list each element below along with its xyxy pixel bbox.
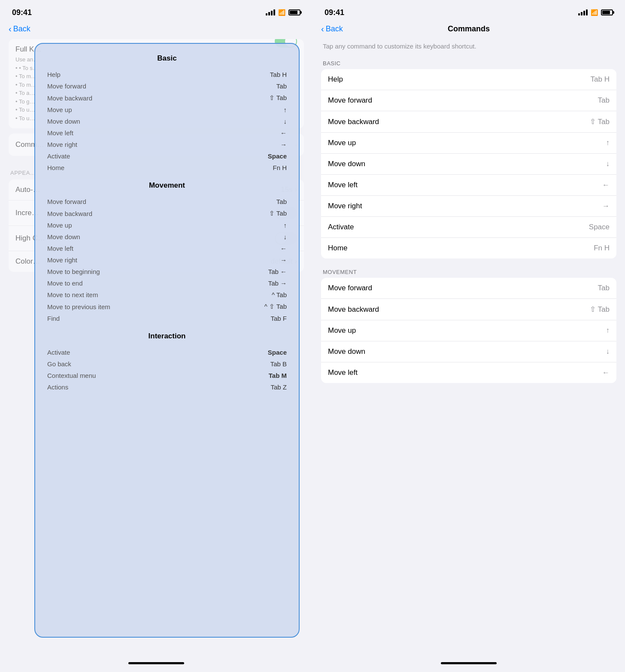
- popup-find-row: Find Tab F: [44, 313, 290, 324]
- basic-items-list: Help Tab H Move forward Tab Move backwar…: [44, 69, 290, 173]
- left-home-bar: [128, 662, 184, 664]
- popup-move-backward-move-shortcut: ⇧ Tab: [269, 210, 287, 217]
- command-move-left-m-item[interactable]: Move left ←: [321, 362, 616, 383]
- popup-contextual-menu-row: Contextual menu Tab M: [44, 370, 290, 381]
- command-move-down-label: Move down: [328, 160, 365, 168]
- popup-contextual-menu-label: Contextual menu: [47, 372, 96, 379]
- command-move-up-m-shortcut: ↑: [606, 326, 610, 335]
- command-move-down-m-item[interactable]: Move down ↓: [321, 341, 616, 362]
- right-back-chevron-icon: ‹: [321, 24, 324, 34]
- command-move-forward-item[interactable]: Move forward Tab: [321, 90, 616, 111]
- popup-move-right-move-label: Move right: [47, 256, 77, 264]
- command-move-forward-m-label: Move forward: [328, 284, 372, 292]
- right-page-title: Commands: [448, 24, 490, 33]
- popup-move-to-prev-shortcut: ^ ⇧ Tab: [264, 303, 287, 310]
- popup-move-to-next-shortcut: ^ Tab: [272, 291, 287, 298]
- popup-move-right-basic-label: Move right: [47, 141, 77, 148]
- command-move-backward-label: Move backward: [328, 118, 379, 126]
- popup-move-backward-basic-row: Move backward ⇧ Tab: [44, 92, 290, 104]
- command-activate-item[interactable]: Activate Space: [321, 217, 616, 238]
- popup-move-right-move-row: Move right →: [44, 254, 290, 266]
- popup-home-basic-shortcut: Fn H: [273, 164, 287, 171]
- command-move-down-shortcut: ↓: [606, 160, 610, 168]
- right-status-bar: 09:41 📶: [312, 0, 625, 22]
- command-move-backward-m-item[interactable]: Move backward ⇧ Tab: [321, 299, 616, 320]
- command-move-backward-shortcut: ⇧ Tab: [590, 117, 610, 126]
- popup-move-forward-move-row: Move forward Tab: [44, 196, 290, 207]
- popup-move-down-move-shortcut: ↓: [284, 233, 287, 240]
- command-move-right-item[interactable]: Move right →: [321, 196, 616, 217]
- popup-move-down-move-row: Move down ↓: [44, 231, 290, 243]
- popup-move-to-prev-row: Move to previous item ^ ⇧ Tab: [44, 301, 290, 313]
- popup-move-backward-basic-label: Move backward: [47, 94, 92, 102]
- popup-move-forward-move-label: Move forward: [47, 198, 86, 205]
- popup-move-up-move-shortcut: ↑: [284, 222, 287, 229]
- command-help-label: Help: [328, 75, 343, 84]
- keyboard-shortcuts-popup: Basic Help Tab H Move forward Tab Move b…: [34, 43, 300, 638]
- command-move-up-m-item[interactable]: Move up ↑: [321, 320, 616, 341]
- popup-find-shortcut: Tab F: [270, 315, 287, 322]
- command-move-forward-m-item[interactable]: Move forward Tab: [321, 278, 616, 299]
- command-home-item[interactable]: Home Fn H: [321, 238, 616, 258]
- popup-activate-basic-row: Activate Space: [44, 150, 290, 162]
- right-back-button[interactable]: ‹ Back: [321, 24, 343, 34]
- popup-move-left-move-label: Move left: [47, 245, 73, 252]
- interaction-items-list: Activate Space Go back Tab B Contextual …: [44, 347, 290, 393]
- left-back-button[interactable]: ‹ Back: [9, 24, 30, 34]
- left-status-bar: 09:41 📶: [0, 0, 312, 22]
- command-move-down-item[interactable]: Move down ↓: [321, 154, 616, 175]
- right-status-icons: 📶: [578, 9, 613, 16]
- popup-home-basic-row: Home Fn H: [44, 162, 290, 173]
- popup-move-backward-basic-shortcut: ⇧ Tab: [269, 94, 287, 102]
- popup-actions-shortcut: Tab Z: [270, 383, 287, 391]
- popup-activate-interact-label: Activate: [47, 349, 70, 356]
- basic-section-label: BASIC: [321, 57, 616, 69]
- left-back-chevron-icon: ‹: [9, 24, 12, 34]
- command-move-down-m-shortcut: ↓: [606, 347, 610, 356]
- popup-help-shortcut: Tab H: [270, 71, 287, 78]
- interaction-section-title: Interaction: [44, 332, 290, 341]
- popup-move-forward-basic-row: Move forward Tab: [44, 80, 290, 92]
- popup-home-basic-label: Home: [47, 164, 64, 171]
- popup-move-down-basic-row: Move down ↓: [44, 116, 290, 127]
- popup-activate-interact-row: Activate Space: [44, 347, 290, 358]
- command-home-shortcut: Fn H: [594, 244, 610, 252]
- popup-move-down-move-label: Move down: [47, 233, 80, 240]
- right-back-label: Back: [326, 24, 343, 33]
- popup-move-to-end-shortcut: Tab →: [268, 280, 287, 287]
- popup-activate-basic-label: Activate: [47, 152, 70, 160]
- popup-move-forward-basic-label: Move forward: [47, 82, 86, 90]
- command-help-item[interactable]: Help Tab H: [321, 69, 616, 90]
- left-nav-bar: ‹ Back: [0, 22, 312, 39]
- right-signal-icon: [578, 9, 588, 15]
- left-panel: 09:41 📶 ‹ Back Full K… Use a: [0, 0, 312, 672]
- popup-move-up-basic-shortcut: ↑: [284, 106, 287, 113]
- command-move-backward-item[interactable]: Move backward ⇧ Tab: [321, 111, 616, 133]
- popup-move-to-end-row: Move to end Tab →: [44, 277, 290, 289]
- command-move-forward-m-shortcut: Tab: [598, 284, 610, 292]
- popup-move-up-basic-row: Move up ↑: [44, 104, 290, 116]
- movement-items-list: Move forward Tab Move backward ⇧ Tab Mov…: [44, 196, 290, 324]
- popup-activate-basic-shortcut: Space: [268, 152, 287, 160]
- command-move-left-shortcut: ←: [602, 181, 610, 189]
- command-move-backward-m-shortcut: ⇧ Tab: [590, 305, 610, 314]
- command-move-left-item[interactable]: Move left ←: [321, 175, 616, 196]
- movement-commands-list: Move forward Tab Move backward ⇧ Tab Mov…: [321, 278, 616, 383]
- command-move-right-label: Move right: [328, 202, 362, 210]
- command-move-left-label: Move left: [328, 181, 358, 189]
- command-move-forward-shortcut: Tab: [598, 96, 610, 105]
- command-help-shortcut: Tab H: [591, 75, 610, 84]
- left-time: 09:41: [12, 8, 32, 17]
- popup-move-left-basic-row: Move left ←: [44, 127, 290, 139]
- popup-move-right-basic-shortcut: →: [280, 141, 287, 148]
- popup-move-to-beginning-shortcut: Tab ←: [268, 268, 287, 275]
- command-move-up-m-label: Move up: [328, 326, 356, 335]
- right-panel: 09:41 📶 ‹ Back Commands Tap any command …: [312, 0, 625, 672]
- popup-move-backward-move-row: Move backward ⇧ Tab: [44, 207, 290, 219]
- movement-section-label: MOVEMENT: [321, 265, 616, 278]
- popup-go-back-row: Go back Tab B: [44, 358, 290, 370]
- command-move-forward-label: Move forward: [328, 96, 372, 105]
- command-move-up-item[interactable]: Move up ↑: [321, 133, 616, 154]
- right-content-area: Tap any command to customize its keyboar…: [312, 39, 625, 657]
- right-nav-bar: ‹ Back Commands: [312, 22, 625, 39]
